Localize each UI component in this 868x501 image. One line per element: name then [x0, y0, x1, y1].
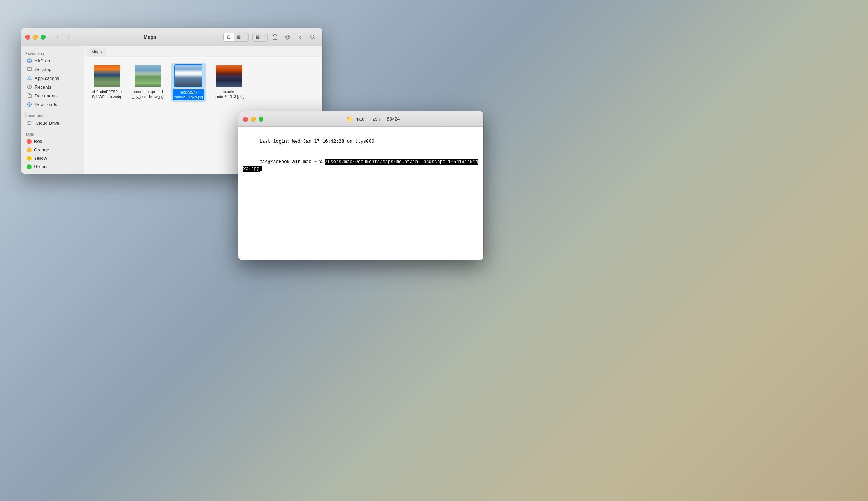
red-tag-label: Red	[34, 139, 42, 144]
desktop-icon	[27, 67, 32, 72]
icon-view-button[interactable]: ⊞	[224, 33, 234, 41]
file-thumbnail-4	[215, 64, 243, 87]
finder-sidebar: Favourites AirDrop	[21, 46, 84, 174]
search-button[interactable]	[308, 32, 318, 42]
terminal-close-button[interactable]	[243, 117, 248, 122]
terminal-traffic-lights	[243, 117, 263, 122]
red-tag-dot	[27, 139, 32, 144]
file-item-1[interactable]: cHJpdmF0ZS9sci9pbWFn...n.webp	[90, 63, 125, 102]
terminal-titlebar: 📁 mac — -zsh — 80×24	[238, 111, 483, 127]
file-item-2[interactable]: mountain_ground_by_bur...lview.jpg	[130, 63, 165, 102]
recents-icon	[27, 84, 32, 90]
green-tag-label: Green	[34, 164, 47, 169]
yellow-tag-label: Yellow	[34, 156, 47, 161]
documents-icon	[27, 93, 32, 98]
icloud-label: iCloud Drive	[35, 121, 60, 126]
maximize-button[interactable]	[41, 35, 46, 40]
tag-button[interactable]	[282, 32, 293, 42]
traffic-lights	[25, 35, 46, 40]
terminal-body[interactable]: Last login: Wed Jan 17 16:42:28 on ttys0…	[238, 127, 483, 260]
file-thumbnail-2	[134, 64, 162, 87]
terminal-title-text: mac — -zsh — 80×24	[356, 116, 400, 122]
airdrop-label: AirDrop	[35, 58, 50, 63]
yellow-tag-dot	[27, 156, 32, 161]
file-item-3[interactable]: mountain-landca...1gxa.jpg	[171, 63, 206, 102]
tab-add-button[interactable]: +	[312, 48, 319, 55]
svg-point-3	[29, 61, 30, 62]
desktop-label: Desktop	[35, 67, 51, 72]
file-name-4: pexels-photo-5...913.jpeg	[214, 89, 245, 99]
toolbar-actions: ⊞ ▦ ⌃ ▦ ⌃ »	[223, 32, 318, 42]
recents-label: Recents	[35, 84, 51, 90]
sidebar-item-tag-orange[interactable]: Orange	[22, 146, 82, 154]
minimize-button[interactable]	[33, 35, 38, 40]
sidebar-item-recents[interactable]: Recents	[22, 83, 82, 91]
svg-rect-4	[27, 68, 32, 70]
sidebar-item-downloads[interactable]: Downloads	[22, 100, 82, 109]
documents-label: Documents	[35, 93, 58, 98]
orange-tag-label: Orange	[34, 147, 49, 152]
file-name-1: cHJpdmF0ZS9sci9pbWFn...n.webp	[92, 89, 123, 99]
forward-button[interactable]: ›	[64, 32, 74, 42]
icloud-icon	[27, 120, 32, 126]
file-item-4[interactable]: pexels-photo-5...913.jpeg	[212, 63, 247, 102]
terminal-title: 📁 mac — -zsh — 80×24	[268, 116, 478, 122]
terminal-prompt: mac@MacBook-Air-mac ~ %	[260, 159, 325, 164]
sidebar-item-documents[interactable]: Documents	[22, 91, 82, 100]
finder-toolbar: ‹ › Maps ⊞ ▦ ⌃ ▦ ⌃	[21, 28, 322, 46]
terminal-command-line: mac@MacBook-Air-mac ~ % /Users/mac/Docum…	[243, 152, 478, 179]
terminal-maximize-button[interactable]	[259, 117, 263, 122]
tags-label: Tags	[21, 130, 84, 137]
file-thumbnail-1	[93, 64, 121, 87]
terminal-minimize-button[interactable]	[251, 117, 256, 122]
orange-tag-dot	[27, 147, 32, 152]
view-switcher: ⊞ ▦ ⌃	[223, 33, 249, 42]
file-name-2: mountain_ground_by_bur...lview.jpg	[132, 89, 164, 99]
terminal-window: 📁 mac — -zsh — 80×24 Last login: Wed Jan…	[238, 111, 483, 260]
sidebar-item-tag-red[interactable]: Red	[22, 137, 82, 145]
sidebar-item-applications[interactable]: Applications	[22, 74, 82, 82]
tab-bar: Maps +	[84, 46, 322, 57]
grid-view-button[interactable]: ▦	[234, 33, 243, 41]
close-button[interactable]	[25, 35, 30, 40]
mountain3-image	[175, 65, 202, 87]
sidebar-item-airdrop[interactable]: AirDrop	[22, 56, 82, 65]
file-name-3: mountain-landca...1gxa.jpg	[173, 89, 204, 100]
view-switcher-2: ▦ ⌃	[252, 33, 268, 42]
more-button[interactable]: »	[295, 32, 305, 42]
back-button[interactable]: ‹	[53, 32, 62, 42]
downloads-label: Downloads	[35, 102, 57, 107]
mountain2-image	[135, 65, 161, 87]
locations-label: Locations	[21, 111, 84, 118]
favourites-label: Favourites	[21, 49, 84, 56]
mountain1-image	[94, 65, 120, 87]
nav-buttons: ‹ ›	[53, 32, 74, 42]
svg-point-0	[288, 36, 289, 37]
tab-maps[interactable]: Maps	[87, 48, 106, 56]
applications-icon	[27, 75, 32, 81]
file-thumbnail-3	[174, 64, 202, 87]
column-view-button[interactable]: ▦	[253, 33, 262, 41]
share-button[interactable]	[270, 32, 280, 42]
terminal-folder-icon: 📁	[346, 116, 353, 122]
terminal-login-line: Last login: Wed Jan 17 16:42:28 on ttys0…	[243, 131, 478, 152]
sidebar-item-tag-yellow[interactable]: Yellow	[22, 154, 82, 162]
sidebar-item-icloud[interactable]: iCloud Drive	[22, 119, 82, 127]
green-tag-dot	[27, 164, 32, 169]
airdrop-icon	[27, 58, 32, 63]
applications-label: Applications	[35, 76, 59, 81]
downloads-icon	[27, 102, 32, 107]
tab-maps-label: Maps	[91, 49, 102, 54]
mountain4-image	[216, 65, 242, 87]
terminal-cursor	[260, 166, 262, 171]
sidebar-item-desktop[interactable]: Desktop	[22, 65, 82, 74]
window-title: Maps	[79, 34, 221, 40]
sidebar-item-tag-green[interactable]: Green	[22, 163, 82, 171]
